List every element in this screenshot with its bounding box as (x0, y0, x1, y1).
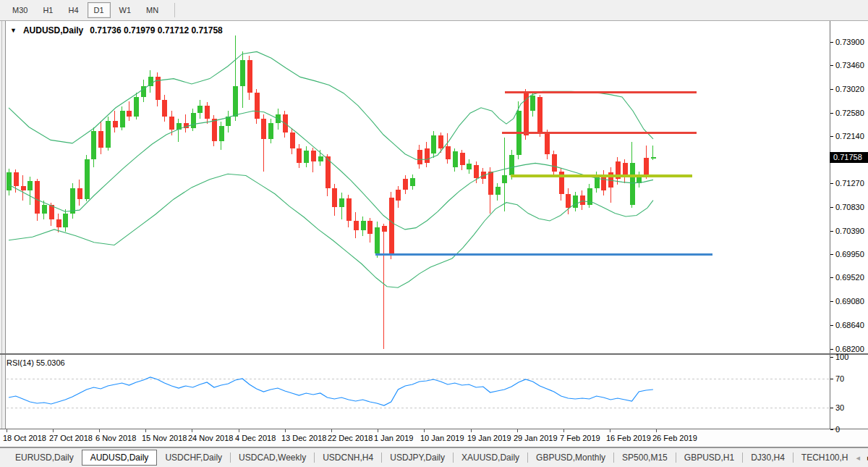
rsi-tick-mark (830, 357, 833, 358)
date-tick-mark (656, 429, 657, 432)
price-tick-mark (830, 113, 833, 114)
date-tick-label: 13 Dec 2018 (281, 434, 326, 442)
price-tick-label: 0.73900 (835, 38, 864, 46)
chart-tab-gbpusd-h1[interactable]: GBPUSD,H1 (676, 450, 742, 465)
rsi-tick-label: 30 (835, 403, 844, 412)
date-tick-mark (331, 429, 332, 432)
price-tick-mark (830, 89, 833, 90)
price-tick-mark (830, 301, 833, 302)
date-tick-label: 27 Oct 2018 (49, 434, 93, 442)
mt4-window: M30H1H4D1W1MN ▼ AUDUSD,Daily 0.71736 0.7… (0, 0, 868, 467)
chart-tab-eurusd-daily[interactable]: EURUSD,Daily (7, 450, 82, 465)
date-tick-mark (239, 429, 239, 432)
rsi-pane (7, 377, 829, 408)
price-tick-mark (830, 349, 833, 350)
price-tick-label: 0.68640 (835, 321, 864, 329)
chart-ohlc-values: 0.71736 0.71979 0.71712 0.71758 (90, 25, 223, 35)
symbol-dropdown-icon[interactable]: ▼ (10, 27, 17, 34)
candlesticks (7, 35, 656, 349)
rsi-indicator-label: RSI(14) 55.0306 (7, 358, 65, 367)
price-tick-mark (830, 183, 833, 184)
date-tick-label: 18 Oct 2018 (3, 434, 46, 442)
chart-tab-usdjpy-daily[interactable]: USDJPY,Daily (382, 450, 453, 465)
bollinger-upper-band (9, 51, 653, 159)
date-tick-mark (53, 429, 54, 432)
window-left-edge (0, 21, 6, 447)
date-tick-label: 29 Jan 2019 (514, 434, 558, 442)
current-price-badge: 0.71758 (830, 152, 868, 163)
price-tick-label: 0.72140 (835, 132, 864, 140)
chart-tab-bar: EURUSD,DailyAUDUSD,DailyUSDCHF,DailyUSDC… (0, 447, 868, 467)
price-tick-mark (830, 136, 833, 137)
date-tick-mark (610, 429, 610, 432)
date-tick-label: 6 Nov 2018 (95, 434, 136, 442)
price-tick-mark (830, 42, 833, 43)
date-tick-label: 22 Dec 2018 (328, 434, 373, 442)
price-tick-label: 0.70390 (835, 227, 864, 235)
price-axis-separator (830, 21, 830, 429)
price-pane (7, 35, 712, 349)
date-tick-mark (563, 429, 564, 432)
chart-tab-gbpusd-monthly[interactable]: GBPUSD,Monthly (528, 450, 613, 465)
chart-tab-tech100-h[interactable]: TECH100,H (793, 450, 856, 465)
price-tick-mark (830, 254, 833, 255)
price-tick-label: 0.69520 (835, 273, 864, 282)
rsi-tick-mark (830, 408, 833, 408)
date-tick-label: 15 Nov 2018 (142, 434, 187, 442)
chart-tab-sp500-m15[interactable]: SP500,M15 (614, 450, 676, 465)
date-tick-mark (285, 429, 286, 432)
date-tick-label: 19 Jan 2019 (467, 434, 511, 442)
date-tick-label: 24 Nov 2018 (188, 434, 233, 442)
price-tick-mark (830, 65, 833, 66)
price-tick-mark (830, 325, 833, 326)
rsi-tick-label: 100 (835, 353, 848, 361)
rsi-tick-mark (830, 379, 833, 379)
chart-tab-usdcad-weekly[interactable]: USDCAD,Weekly (231, 450, 314, 465)
price-tick-label: 0.71270 (835, 179, 864, 188)
date-tick-mark (192, 429, 192, 432)
chart-tab-usdchf-daily[interactable]: USDCHF,Daily (157, 450, 230, 465)
price-tick-label: 0.73460 (835, 61, 864, 70)
chart-canvas[interactable] (0, 0, 868, 467)
price-tick-mark (830, 277, 833, 278)
chart-symbol-label: AUDUSD,Daily (23, 25, 83, 35)
date-tick-mark (378, 429, 378, 432)
chart-tab-usdcnh-h4[interactable]: USDCNH,H4 (315, 450, 381, 465)
price-tick-label: 0.72580 (835, 109, 864, 117)
rsi-tick-label: 70 (835, 374, 844, 383)
price-tick-label: 0.73020 (835, 85, 864, 93)
chart-tab-dj30-h4[interactable]: DJ30,H4 (743, 450, 793, 465)
chart-tab-audusd-daily[interactable]: AUDUSD,Daily (82, 450, 158, 466)
date-tick-label: 16 Feb 2019 (606, 434, 651, 442)
date-tick-mark (471, 429, 472, 432)
date-tick-label: 10 Jan 2019 (420, 434, 464, 442)
rsi-tick-label: 0 (835, 425, 840, 434)
chart-tabs: EURUSD,DailyAUDUSD,DailyUSDCHF,DailyUSDC… (7, 450, 856, 466)
chart-title: ▼ AUDUSD,Daily 0.71736 0.71979 0.71712 0… (10, 25, 223, 35)
date-tick-label: 26 Feb 2019 (652, 434, 697, 442)
date-tick-mark (145, 429, 146, 432)
date-tick-label: 4 Dec 2018 (235, 434, 276, 442)
price-tick-label: 0.70830 (835, 203, 864, 211)
date-tick-label: 1 Jan 2019 (374, 434, 413, 442)
date-tick-mark (99, 429, 100, 432)
tab-scroll-left-icon[interactable]: ◂ (856, 453, 861, 463)
price-tick-mark (830, 207, 833, 208)
price-tick-label: 0.69080 (835, 297, 864, 306)
rsi-line (9, 377, 653, 405)
date-tick-mark (517, 429, 518, 432)
date-tick-mark (424, 429, 425, 432)
date-tick-mark (7, 429, 7, 432)
price-tick-label: 0.69950 (835, 250, 864, 258)
pane-separator[interactable] (0, 353, 868, 355)
date-tick-label: 7 Feb 2019 (560, 434, 600, 442)
chart-tab-xauusd-daily[interactable]: XAUUSD,Daily (454, 450, 527, 465)
price-tick-mark (830, 231, 833, 232)
bollinger-lower-band (9, 174, 653, 287)
tab-scroll-arrows: ◂ ▸ (856, 453, 868, 463)
rsi-tick-mark (830, 429, 833, 430)
